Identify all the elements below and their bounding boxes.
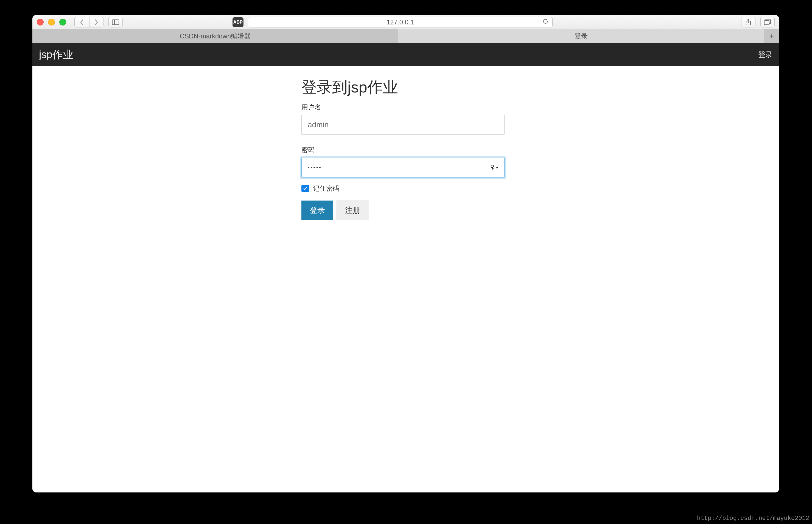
reload-icon [542,18,548,24]
browser-window: ABP 127.0.0.1 CSDN [32,15,779,492]
tabbar: CSDN-markdown编辑器 登录 + [32,29,779,43]
chevron-left-icon [80,19,84,25]
new-tab-button[interactable]: + [764,29,779,43]
password-label: 密码 [301,146,505,154]
tab-csdn[interactable]: CSDN-markdown编辑器 [32,29,398,43]
login-title: 登录到jsp作业 [301,77,505,98]
remember-row: 记住密码 [301,184,505,193]
remember-label: 记住密码 [313,184,339,193]
remember-checkbox[interactable] [301,185,309,192]
app-navbar: jsp作业 登录 [32,43,779,66]
watermark: http://blog.csdn.net/mayuko2012 [697,515,809,522]
button-row: 登录 注册 [301,200,505,220]
password-key-button[interactable] [490,165,498,171]
forward-button[interactable] [89,17,104,28]
chevron-down-icon [495,166,498,169]
minimize-window-button[interactable] [48,19,55,26]
chevron-right-icon [94,19,98,25]
tabs-icon [764,19,771,25]
maximize-window-button[interactable] [59,19,66,26]
close-window-button[interactable] [37,19,44,26]
share-icon [745,19,751,26]
tab-login[interactable]: 登录 [398,29,764,43]
login-form: 登录到jsp作业 用户名 密码 [301,77,505,220]
app-brand[interactable]: jsp作业 [39,48,73,62]
titlebar: ABP 127.0.0.1 [32,15,779,29]
back-button[interactable] [75,17,89,28]
adblock-badge[interactable]: ABP [233,17,243,27]
share-button[interactable] [741,17,755,28]
tabs-overview-button[interactable] [760,17,775,28]
username-input[interactable] [301,115,505,135]
traffic-lights [37,19,66,26]
password-field-wrap [301,158,505,178]
register-button[interactable]: 注册 [337,200,369,220]
nav-buttons [75,17,104,28]
sidebar-icon [112,19,119,25]
svg-rect-0 [112,20,119,25]
reload-button[interactable] [542,18,548,26]
content-area: 登录到jsp作业 用户名 密码 [32,66,779,220]
svg-rect-4 [764,20,769,25]
password-input[interactable] [301,158,505,178]
check-icon [303,186,308,191]
sidebar-toggle-button[interactable] [108,17,123,28]
username-label: 用户名 [301,103,505,112]
nav-login-link[interactable]: 登录 [758,50,773,60]
address-text: 127.0.0.1 [386,18,414,26]
key-icon [490,165,495,171]
svg-point-5 [491,165,494,168]
login-button[interactable]: 登录 [301,200,333,220]
address-bar[interactable]: 127.0.0.1 [248,17,553,28]
